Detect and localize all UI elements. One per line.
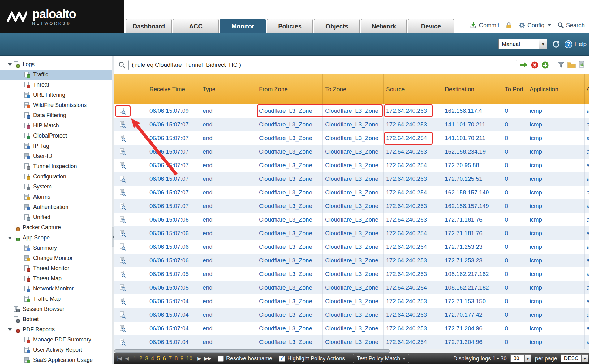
cell-source[interactable]: 172.64.240.254	[383, 335, 442, 349]
sidebar-item[interactable]: URL Filtering	[0, 90, 112, 100]
cell-destination[interactable]: 172.71.153.150	[442, 294, 502, 308]
cell-to-port[interactable]: 0	[502, 172, 527, 186]
cell-type[interactable]: end	[200, 335, 256, 349]
cell-type[interactable]: end	[200, 186, 256, 199]
cell-to-port[interactable]: 0	[502, 199, 527, 213]
log-detail-magnifier-icon[interactable]	[119, 311, 126, 319]
cell-to-port[interactable]: 0	[502, 145, 527, 159]
cell-action[interactable]: a	[584, 254, 589, 267]
log-detail-cell[interactable]	[114, 226, 131, 240]
log-table-row[interactable]: 06/06 15:07:04 end Cloudflare_L3_Zone Cl…	[114, 322, 589, 335]
cell-to-zone[interactable]: Cloudflare_L3_Zone	[322, 308, 383, 322]
sidebar-item[interactable]: App Scope	[0, 233, 112, 243]
horizontal-scrollbar[interactable]	[114, 349, 589, 353]
sidebar-item[interactable]: Traffic Map	[0, 294, 112, 304]
cell-to-port[interactable]: 0	[502, 294, 527, 308]
cell-type[interactable]: end	[200, 213, 256, 226]
cell-to-zone[interactable]: Cloudflare_L3_Zone	[322, 226, 383, 240]
cell-source[interactable]: 172.64.240.254	[383, 226, 442, 240]
log-detail-magnifier-icon[interactable]	[119, 230, 126, 237]
cell-application[interactable]: icmp	[527, 322, 584, 335]
cell-type[interactable]: end	[200, 267, 256, 281]
sidebar-item[interactable]: User Activity Report	[0, 345, 112, 355]
cell-type[interactable]: end	[200, 145, 256, 159]
per-page-caret-icon[interactable]: ▼	[525, 354, 531, 362]
cell-application[interactable]: icmp	[527, 172, 584, 186]
cell-to-zone[interactable]: Cloudflare_L3_Zone	[322, 145, 383, 159]
cell-application[interactable]: icmp	[527, 254, 584, 267]
cell-to-zone[interactable]: Cloudflare_L3_Zone	[322, 254, 383, 267]
page-number[interactable]: 10	[186, 355, 192, 362]
cell-source[interactable]: 172.64.240.253	[383, 308, 442, 322]
log-detail-magnifier-icon[interactable]	[119, 243, 126, 251]
cell-destination[interactable]: 162.158.157.149	[442, 186, 502, 199]
cell-application[interactable]: icmp	[527, 104, 584, 118]
sidebar-item[interactable]: Botnet	[0, 314, 112, 324]
log-detail-magnifier-icon[interactable]	[119, 284, 126, 291]
column-header-destination[interactable]: Destination	[442, 74, 502, 104]
refresh-mode-select[interactable]: Manual ▼	[498, 39, 547, 49]
cell-from-zone[interactable]: Cloudflare_L3_Zone	[256, 294, 322, 308]
log-detail-cell[interactable]	[114, 281, 131, 294]
cell-action[interactable]: a	[584, 308, 589, 322]
nav-tab[interactable]: Monitor	[220, 19, 266, 33]
log-detail-magnifier-icon[interactable]	[119, 121, 126, 128]
sidebar-item[interactable]: Threat Map	[0, 273, 112, 284]
sidebar-item[interactable]: Tunnel Inspection	[0, 161, 112, 171]
sidebar-item[interactable]: Session Browser	[0, 304, 112, 314]
cell-from-zone[interactable]: Cloudflare_L3_Zone	[256, 226, 322, 240]
log-table-row[interactable]: 06/06 15:07:04 end Cloudflare_L3_Zone Cl…	[114, 308, 589, 322]
save-filter-icon[interactable]	[557, 61, 565, 69]
cell-destination[interactable]: 162.158.117.4	[442, 104, 502, 118]
cell-action[interactable]: a	[584, 267, 589, 281]
cell-source[interactable]: 172.64.240.253	[383, 118, 442, 131]
resolve-hostname-checkbox[interactable]: Resolve hostname	[218, 355, 272, 362]
cell-destination[interactable]: 162.158.234.19	[442, 145, 502, 159]
cell-destination[interactable]: 108.162.217.182	[442, 281, 502, 294]
cell-to-zone[interactable]: Cloudflare_L3_Zone	[322, 294, 383, 308]
commit-button[interactable]: Commit	[470, 22, 499, 29]
cell-from-zone[interactable]: Cloudflare_L3_Zone	[256, 240, 322, 254]
cell-receive-time[interactable]: 06/06 15:07:04	[147, 335, 200, 349]
add-filter-icon[interactable]	[541, 61, 549, 69]
cell-destination[interactable]: 172.71.204.96	[442, 335, 502, 349]
cell-action[interactable]: a	[584, 172, 589, 186]
cell-from-zone[interactable]: Cloudflare_L3_Zone	[256, 281, 322, 294]
cell-action[interactable]: a	[584, 131, 589, 145]
last-page-button[interactable]: ▶▶	[204, 356, 211, 361]
cell-action[interactable]: a	[584, 226, 589, 240]
cell-destination[interactable]: 162.158.157.149	[442, 199, 502, 213]
cell-action[interactable]: a	[584, 240, 589, 254]
cell-source[interactable]: 172.64.240.254	[383, 131, 442, 145]
log-detail-magnifier-icon[interactable]	[119, 271, 126, 278]
cell-from-zone[interactable]: Cloudflare_L3_Zone	[256, 308, 322, 322]
cell-action[interactable]: a	[584, 104, 589, 118]
cell-to-zone[interactable]: Cloudflare_L3_Zone	[322, 199, 383, 213]
cell-receive-time[interactable]: 06/06 15:07:06	[147, 226, 200, 240]
cell-application[interactable]: icmp	[527, 159, 584, 172]
cell-type[interactable]: end	[200, 240, 256, 254]
tree-expander-icon[interactable]	[8, 237, 14, 239]
log-table-row[interactable]: 06/06 15:07:07 end Cloudflare_L3_Zone Cl…	[114, 118, 589, 131]
log-detail-cell[interactable]	[114, 145, 131, 159]
sidebar-item[interactable]: Change Monitor	[0, 253, 112, 263]
cell-source[interactable]: 172.64.240.253	[383, 254, 442, 267]
cell-destination[interactable]: 172.70.125.51	[442, 172, 502, 186]
help-button[interactable]: ? Help	[565, 40, 587, 48]
cell-action[interactable]: a	[584, 281, 589, 294]
column-header-to-zone[interactable]: To Zone	[322, 74, 383, 104]
log-table-row[interactable]: 06/06 15:07:07 end Cloudflare_L3_Zone Cl…	[114, 145, 589, 159]
column-header-receive-time[interactable]: Receive Time	[147, 74, 200, 104]
cell-to-zone[interactable]: Cloudflare_L3_Zone	[322, 281, 383, 294]
sidebar-item[interactable]: Data Filtering	[0, 110, 112, 121]
log-detail-magnifier-icon[interactable]	[119, 203, 126, 210]
cell-source[interactable]: 172.64.240.254	[383, 240, 442, 254]
cell-from-zone[interactable]: Cloudflare_L3_Zone	[256, 199, 322, 213]
cell-receive-time[interactable]: 06/06 15:07:07	[147, 118, 200, 131]
cell-to-zone[interactable]: Cloudflare_L3_Zone	[322, 172, 383, 186]
cell-action[interactable]: a	[584, 186, 589, 199]
cell-from-zone[interactable]: Cloudflare_L3_Zone	[256, 186, 322, 199]
cell-to-port[interactable]: 0	[502, 240, 527, 254]
cell-type[interactable]: end	[200, 104, 256, 118]
cell-to-zone[interactable]: Cloudflare_L3_Zone	[322, 267, 383, 281]
